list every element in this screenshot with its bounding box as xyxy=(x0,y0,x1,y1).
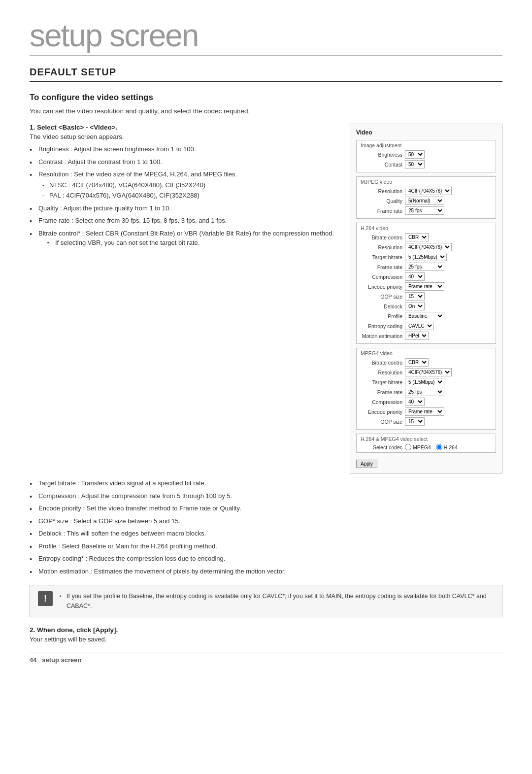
h264-resolution-label: Resolution xyxy=(361,244,405,250)
mjpeg-resolution-label: Resolution xyxy=(361,188,405,194)
mpeg4-bitrate-label: Bitrate contro xyxy=(361,360,405,366)
step1-bullet-list: Brightness : Adjust the screen brightnes… xyxy=(30,144,335,248)
mpeg4-framerate-select[interactable]: 25 fps xyxy=(405,388,444,396)
h264-framerate-label: Frame rate xyxy=(361,264,405,270)
codec-h264-option[interactable]: H.264 xyxy=(436,444,458,450)
h264-label: H.264 video xyxy=(361,225,492,231)
h264-framerate-row: Frame rate 25 fps xyxy=(361,263,492,271)
contrast-row: Contast 50 xyxy=(361,160,492,168)
mpeg4-framerate-label: Frame rate xyxy=(361,389,405,395)
list-item: GOP* size : Select a GOP size between 5 … xyxy=(30,516,502,526)
h264-resolution-select[interactable]: 4CIF(704X576) xyxy=(405,243,452,251)
h264-compression-select[interactable]: 40 xyxy=(405,272,425,281)
mjpeg-resolution-select[interactable]: 4CIF(704X576) xyxy=(405,187,452,195)
apply-button[interactable]: Apply xyxy=(356,460,377,468)
title-divider xyxy=(30,55,502,56)
list-item: Deblock : This will soften the edges bet… xyxy=(30,529,502,538)
mjpeg-quality-label: Quality xyxy=(361,198,405,204)
mpeg4-targetbitrate-row: Target bitrate 5 (1.5Mbps) xyxy=(361,378,492,386)
list-item: Resolution : Set the video size of the M… xyxy=(30,169,335,201)
mjpeg-group: MJPEG video Resolution 4CIF(704X576) Qua… xyxy=(356,176,496,219)
left-column: 1. Select <Basic> - <Video>. The Video s… xyxy=(30,124,335,254)
h264-profile-row: Profile Baseline xyxy=(361,312,492,320)
mpeg4-encodepriority-select[interactable]: Frame rate xyxy=(405,407,444,416)
mpeg4-label: MPEG4 video xyxy=(361,350,492,356)
image-adjustment-group: Image adjustment Brightness 50 Contast 5… xyxy=(356,140,496,172)
h264-encodepriority-select[interactable]: Frame rate xyxy=(405,282,444,291)
h264-deblock-row: Deblock On xyxy=(361,302,492,310)
right-column: Video Image adjustment Brightness 50 Con… xyxy=(350,124,502,473)
h264-motionest-row: Motion estimation HPel xyxy=(361,332,492,340)
h264-targetbitrate-select[interactable]: 5 (1.25Mbps) xyxy=(405,253,447,261)
mpeg4-compression-select[interactable]: 40 xyxy=(405,398,425,406)
h264-bitrate-row: Bitrate contro CBR xyxy=(361,233,492,241)
list-item: Profile : Select Baseline or Main for th… xyxy=(30,541,502,551)
h264-gopsize-select[interactable]: 15 xyxy=(405,292,425,301)
h264-bitrate-label: Bitrate contro xyxy=(361,235,405,240)
warning-note-list: If you set the profile to Baseline, the … xyxy=(60,591,494,611)
mpeg4-gopsize-select[interactable]: 15 xyxy=(405,417,425,426)
warning-box: ! If you set the profile to Baseline, th… xyxy=(30,585,502,617)
h264-framerate-select[interactable]: 25 fps xyxy=(405,263,444,271)
step1-label: 1. Select <Basic> - <Video>. xyxy=(30,124,335,131)
section-heading: DEFAULT SETUP xyxy=(30,67,502,82)
mjpeg-quality-select[interactable]: 5(Normal) xyxy=(405,197,444,205)
h264-targetbitrate-row: Target bitrate 5 (1.25Mbps) xyxy=(361,253,492,261)
warning-icon: ! xyxy=(38,591,53,606)
h264-bitrate-select[interactable]: CBR xyxy=(405,233,429,241)
mjpeg-resolution-row: Resolution 4CIF(704X576) xyxy=(361,187,492,195)
mjpeg-framerate-select[interactable]: 25 fps xyxy=(405,206,444,215)
mpeg4-resolution-row: Resolution 4CIF(704X576) xyxy=(361,368,492,376)
mpeg4-bitrate-select[interactable]: CBR xyxy=(405,358,429,367)
contrast-select[interactable]: 50 xyxy=(405,160,425,168)
codec-mpeg4-radio[interactable] xyxy=(405,444,411,450)
h264-profile-label: Profile xyxy=(361,313,405,319)
list-item: Bitrate control* : Select CBR (Constant … xyxy=(30,229,335,248)
codec-h264-radio[interactable] xyxy=(436,444,442,450)
mpeg4-encodepriority-label: Encode priority xyxy=(361,409,405,415)
mjpeg-quality-row: Quality 5(Normal) xyxy=(361,197,492,205)
codec-radio-row: Select codec MPEG4 H.264 xyxy=(361,444,492,450)
h264-targetbitrate-label: Target bitrate xyxy=(361,254,405,260)
intro-text: You can set the video resolution and qua… xyxy=(30,107,502,115)
select-codec-label: Select codec xyxy=(361,444,405,450)
brightness-select[interactable]: 50 xyxy=(405,150,425,159)
h264-profile-select[interactable]: Baseline xyxy=(405,312,444,320)
resolution-sub-list: NTSC : 4CIF(704x480), VGA(640X480), CIF(… xyxy=(42,180,335,201)
mpeg4-framerate-row: Frame rate 25 fps xyxy=(361,388,492,396)
warning-note-item: If you set the profile to Baseline, the … xyxy=(60,591,494,611)
list-item: Quality : Adjust the picture quality fro… xyxy=(30,203,335,213)
h264-motionest-label: Motion estimation xyxy=(361,333,405,339)
list-item: If selecting VBR, you can not set the ta… xyxy=(47,238,335,248)
step2-sub: Your settings will be saved. xyxy=(30,636,502,643)
h264-motionest-select[interactable]: HPel xyxy=(405,332,429,340)
warning-text: If you set the profile to Baseline, the … xyxy=(60,591,494,611)
h264-entropy-select[interactable]: CAVLC xyxy=(405,322,434,330)
page-title: setup screen xyxy=(30,20,502,51)
mpeg4-resolution-select[interactable]: 4CIF(704X576) xyxy=(405,368,452,376)
h264-compression-row: Compression 40 xyxy=(361,272,492,281)
h264-entropy-label: Entropy coding xyxy=(361,323,405,329)
video-panel: Video Image adjustment Brightness 50 Con… xyxy=(350,124,502,473)
h264-gopsize-label: GOP size xyxy=(361,294,405,300)
codec-select-group: H.264 & MPEG4 video select Select codec … xyxy=(356,434,496,453)
list-item: Frame rate : Select one from 30 fps, 15 … xyxy=(30,216,335,226)
h264-entropy-row: Entropy coding CAVLC xyxy=(361,322,492,330)
mjpeg-framerate-row: Frame rate 25 fps xyxy=(361,206,492,215)
brightness-row: Brightness 50 xyxy=(361,150,492,159)
codec-mpeg4-option[interactable]: MPEG4 xyxy=(405,444,431,450)
mpeg4-targetbitrate-label: Target bitrate xyxy=(361,379,405,385)
mpeg4-targetbitrate-select[interactable]: 5 (1.5Mbps) xyxy=(405,378,444,386)
page-footer: 44_ setup screen xyxy=(30,652,502,664)
mpeg4-bitrate-row: Bitrate contro CBR xyxy=(361,358,492,367)
h264-compression-label: Compression xyxy=(361,274,405,280)
h264-gopsize-row: GOP size 15 xyxy=(361,292,492,301)
h264-deblock-select[interactable]: On xyxy=(405,302,425,310)
h264-resolution-row: Resolution 4CIF(704X576) xyxy=(361,243,492,251)
contrast-label: Contast xyxy=(361,162,405,168)
mpeg4-resolution-label: Resolution xyxy=(361,370,405,375)
mpeg4-group: MPEG4 video Bitrate contro CBR Resolutio… xyxy=(356,348,496,430)
two-col-layout: 1. Select <Basic> - <Video>. The Video s… xyxy=(30,124,502,473)
list-item: Motion estimation : Estimates the moveme… xyxy=(30,567,502,576)
list-item: NTSC : 4CIF(704x480), VGA(640X480), CIF(… xyxy=(42,180,335,190)
